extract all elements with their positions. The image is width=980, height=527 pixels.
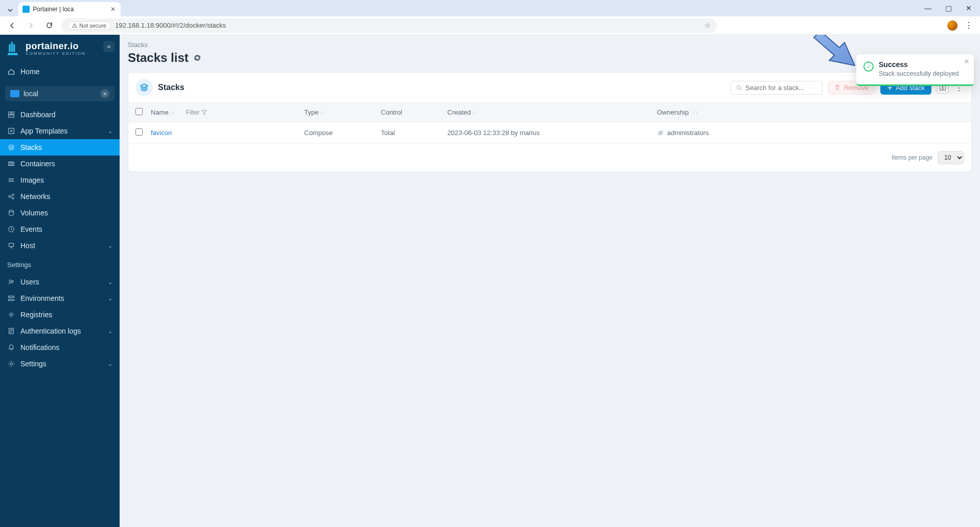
browser-menu-button[interactable]: ⋮ — [964, 20, 974, 30]
svg-rect-3 — [11, 42, 13, 52]
filter-icon — [201, 109, 207, 115]
dashboard-icon — [7, 111, 15, 118]
breadcrumb: Stacks — [128, 41, 972, 49]
sidebar-item-label: Environments — [20, 294, 64, 302]
environment-close-button[interactable]: ✕ — [100, 89, 109, 98]
svg-point-16 — [9, 280, 11, 282]
sidebar-item-registries[interactable]: Registries — [0, 306, 120, 323]
select-all-checkbox[interactable] — [135, 108, 143, 115]
toast-close-button[interactable]: ✕ — [964, 57, 970, 65]
sidebar-item-stacks[interactable]: Stacks — [0, 139, 120, 156]
profile-avatar[interactable] — [947, 20, 958, 31]
cell-created: 2023-06-03 12:33:28 by marius — [447, 129, 657, 137]
window-controls: — ▢ ✕ — [921, 2, 976, 14]
cell-type: Compose — [304, 129, 381, 137]
toast-notification: ✓ Success Stack successfully deployed ✕ — [856, 54, 974, 86]
app-root: portainer.io COMMUNITY EDITION « Home lo… — [0, 35, 980, 527]
main-content: Stacks Stacks list Stacks — [120, 35, 980, 527]
portainer-logo-icon — [7, 41, 20, 56]
window-minimize-button[interactable]: — — [921, 2, 935, 14]
sidebar-item-users[interactable]: Users ⌄ — [0, 274, 120, 290]
chevron-down-icon: ⌄ — [108, 361, 112, 367]
sidebar-item-label: Registries — [20, 311, 52, 319]
users-icon — [7, 278, 15, 286]
window-maximize-button[interactable]: ▢ — [941, 2, 955, 14]
sidebar-item-dashboard[interactable]: Dashboard — [0, 106, 120, 123]
column-header-control[interactable]: Control — [381, 108, 447, 116]
security-chip[interactable]: Not secure — [67, 21, 111, 30]
column-header-name[interactable]: Name↓↑ — [151, 108, 175, 116]
sidebar-item-label: Stacks — [20, 143, 42, 151]
sidebar-item-volumes[interactable]: Volumes — [0, 205, 120, 221]
svg-rect-1 — [75, 25, 75, 26]
sidebar-collapse-button[interactable]: « — [103, 41, 115, 52]
stacks-icon — [7, 144, 15, 151]
sidebar-item-notifications[interactable]: Notifications — [0, 339, 120, 356]
tab-close-button[interactable]: ✕ — [109, 6, 117, 13]
sidebar-section-settings: Settings — [0, 254, 120, 272]
brand: portainer.io COMMUNITY EDITION « — [0, 35, 120, 61]
sidebar-item-containers[interactable]: Containers — [0, 156, 120, 172]
sidebar-item-auth-logs[interactable]: Authentication logs ⌄ — [0, 323, 120, 339]
events-icon — [7, 226, 15, 233]
sort-icon: ↓↑ — [170, 110, 175, 116]
table-header: Name↓↑ Filter Type↓↑ Control Created↓↑ O… — [128, 102, 971, 122]
trash-icon — [834, 84, 840, 91]
page-title-row: Stacks list — [128, 51, 972, 65]
sidebar-item-label: Networks — [20, 192, 50, 201]
window-close-button[interactable]: ✕ — [962, 2, 976, 14]
refresh-button[interactable] — [193, 53, 202, 62]
sidebar-item-images[interactable]: Images — [0, 172, 120, 188]
containers-icon — [7, 160, 15, 167]
docker-icon — [10, 90, 19, 97]
svg-rect-15 — [9, 244, 14, 247]
eye-off-icon — [657, 129, 664, 137]
items-per-page-select[interactable]: 10 — [938, 151, 964, 164]
sidebar-item-environments[interactable]: Environments ⌄ — [0, 290, 120, 306]
svg-rect-6 — [12, 112, 14, 114]
success-check-icon: ✓ — [863, 61, 874, 72]
warning-icon — [72, 23, 77, 28]
filter-button[interactable]: Filter — [186, 109, 208, 116]
address-bar[interactable]: Not secure 192.168.1.18:9000/#!/2/docker… — [61, 18, 717, 33]
brand-edition: COMMUNITY EDITION — [26, 52, 86, 56]
sort-icon: ↓↑ — [320, 110, 325, 116]
auth-logs-icon — [7, 327, 15, 335]
column-header-ownership[interactable]: Ownership↓↑ — [657, 108, 964, 116]
browser-forward-button[interactable] — [25, 19, 37, 32]
sidebar-item-networks[interactable]: Networks — [0, 188, 120, 205]
items-per-page-label: Items per page — [892, 154, 932, 161]
browser-back-button[interactable] — [6, 19, 18, 32]
chevron-down-icon: ⌄ — [108, 295, 112, 302]
gear-icon — [7, 360, 15, 367]
sidebar-item-events[interactable]: Events — [0, 221, 120, 237]
sidebar-item-host[interactable]: Host ⌄ — [0, 237, 120, 254]
column-header-type[interactable]: Type↓↑ — [304, 108, 381, 116]
search-input[interactable] — [745, 84, 817, 92]
table-row: favicon Compose Total 2023-06-03 12:33:2… — [128, 122, 971, 144]
svg-rect-2 — [9, 44, 10, 52]
column-header-created[interactable]: Created↓↑ — [447, 108, 657, 116]
cell-ownership: administrators — [657, 129, 964, 137]
row-checkbox[interactable] — [135, 128, 143, 136]
sidebar-item-label: Dashboard — [20, 111, 56, 119]
sidebar-item-label: Authentication logs — [20, 327, 81, 335]
stacks-panel-icon — [135, 79, 153, 96]
stack-link[interactable]: favicon — [151, 129, 172, 137]
browser-toolbar: Not secure 192.168.1.18:9000/#!/2/docker… — [0, 16, 980, 35]
sidebar-item-settings[interactable]: Settings ⌄ — [0, 356, 120, 372]
sidebar-item-home[interactable]: Home — [0, 63, 120, 80]
browser-reload-button[interactable] — [43, 19, 55, 32]
sidebar-item-label: Notifications — [20, 343, 59, 352]
panel-title: Stacks — [158, 83, 185, 92]
environment-chip[interactable]: local ✕ — [5, 86, 115, 101]
sidebar-item-app-templates[interactable]: App Templates ⌄ — [0, 123, 120, 139]
svg-rect-4 — [13, 44, 15, 52]
tab-list-dropdown[interactable] — [4, 4, 16, 16]
browser-tab[interactable]: Portainer | loca ✕ — [18, 2, 121, 16]
search-box[interactable] — [731, 81, 823, 95]
sidebar-item-label: Host — [20, 241, 35, 250]
bookmark-star-icon[interactable]: ☆ — [704, 21, 711, 29]
volumes-icon — [7, 209, 15, 216]
stacks-panel: Stacks Remove Add stack — [128, 72, 972, 172]
